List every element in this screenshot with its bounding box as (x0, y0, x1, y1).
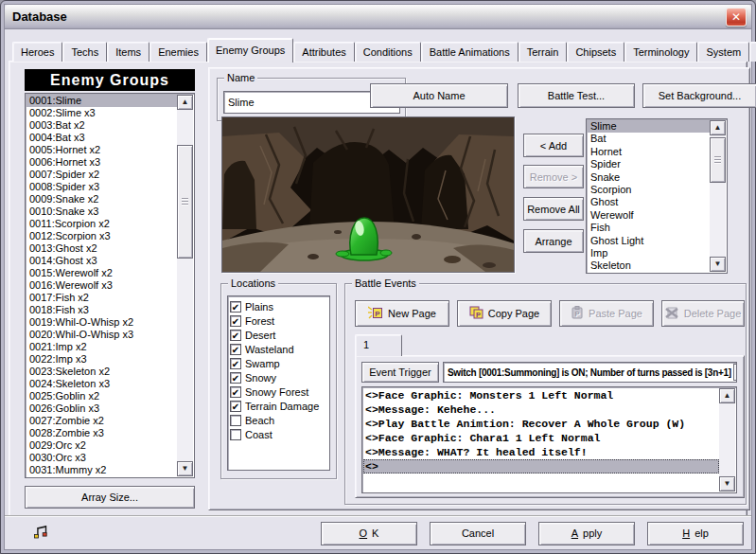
list-item[interactable]: Slime (588, 120, 710, 133)
list-item[interactable]: 0011:Scorpion x2 (26, 218, 177, 230)
remove-all-button[interactable]: Remove All (523, 197, 584, 221)
event-command-line[interactable]: <>Face Graphic: Monsters 1 Left Normal (363, 388, 719, 402)
checkbox-wasteland[interactable]: ✔ (230, 344, 241, 355)
list-item[interactable]: 0029:Orc x2 (26, 439, 177, 452)
list-item[interactable]: 0023:Skeleton x2 (26, 366, 177, 378)
checkbox-forest[interactable]: ✔ (230, 315, 241, 327)
list-item[interactable]: Ghost Light (588, 235, 710, 247)
close-button[interactable]: ✕ (726, 8, 747, 27)
list-item[interactable]: Skeleton (588, 259, 710, 272)
checkbox-snowy[interactable]: ✔ (230, 372, 241, 384)
list-item[interactable]: 0002:Slime x3 (26, 107, 177, 119)
list-item[interactable]: 0022:Imp x3 (26, 353, 177, 366)
auto-name-button[interactable]: Auto Name (370, 83, 508, 108)
enemy-group-scrollbar[interactable]: ▲ ▼ (177, 95, 193, 476)
event-command-list[interactable]: <>Face Graphic: Monsters 1 Left Normal<>… (361, 386, 737, 493)
list-item[interactable]: 0024:Skeleton x3 (26, 378, 177, 390)
scrollbar-thumb[interactable] (710, 137, 726, 183)
location-item[interactable]: ✔Plains (230, 299, 327, 313)
event-trigger-button[interactable]: Event Trigger (361, 362, 439, 383)
checkbox-desert[interactable]: ✔ (230, 330, 241, 341)
tab-terminology[interactable]: Terminology (624, 42, 697, 62)
copy-page-button[interactable]: P Copy Page (457, 300, 552, 327)
scroll-up-icon[interactable]: ▲ (710, 120, 726, 135)
list-item[interactable]: 0025:Goblin x2 (26, 390, 177, 402)
checkbox-terrain-damage[interactable]: ✔ (230, 401, 241, 412)
tab-chipsets[interactable]: Chipsets (567, 42, 624, 62)
list-item[interactable]: 0020:Whil-O-Whisp x3 (26, 329, 177, 341)
monster-list[interactable]: SlimeBatHornetSpiderSnakeScorpionGhostWe… (586, 118, 728, 274)
tab-common-events[interactable]: Common Events (749, 42, 756, 62)
checkbox-snowy-forest[interactable]: ✔ (230, 386, 241, 398)
list-item[interactable]: Snake (588, 171, 710, 184)
tab-enemy-groups[interactable]: Enemy Groups (207, 38, 293, 63)
list-item[interactable]: 0026:Goblin x3 (26, 402, 177, 415)
list-item[interactable]: 0009:Snake x2 (26, 193, 177, 206)
tab-attributes[interactable]: Attributes (293, 42, 354, 62)
checkbox-swamp[interactable]: ✔ (230, 358, 241, 369)
location-item[interactable]: ✔Desert (230, 328, 327, 342)
remove-button[interactable]: Remove > (523, 165, 584, 188)
list-item[interactable]: 0008:Spider x3 (26, 181, 177, 193)
location-item[interactable]: ✔Wasteland (230, 342, 327, 356)
list-item[interactable]: Scorpion (588, 184, 710, 196)
set-background-button[interactable]: Set Background... (642, 83, 756, 108)
scrollbar-thumb[interactable] (177, 145, 193, 259)
event-command-line[interactable]: <>Face Graphic: Chara1 1 Left Normal (363, 431, 719, 445)
list-item[interactable]: 0006:Hornet x3 (26, 156, 177, 169)
list-item[interactable]: 0004:Bat x3 (26, 132, 177, 144)
list-item[interactable]: 0012:Scorpion x3 (26, 230, 177, 242)
scroll-down-icon[interactable]: ▼ (710, 257, 726, 272)
checkbox-beach[interactable] (230, 415, 241, 426)
event-command-line[interactable]: <>Message: Kehehe... (363, 402, 719, 417)
tab-techs[interactable]: Techs (62, 42, 107, 62)
paste-page-button[interactable]: P Paste Page (559, 300, 654, 327)
event-command-line[interactable]: <> (363, 459, 719, 474)
list-item[interactable]: 0014:Ghost x3 (26, 255, 177, 267)
list-item[interactable]: Werewolf (588, 209, 710, 222)
event-list-scrollbar[interactable]: ▲ ▼ (719, 388, 735, 491)
list-item[interactable]: 0027:Zombie x2 (26, 415, 177, 427)
location-item[interactable]: ✔Snowy (230, 370, 327, 384)
tab-system[interactable]: System (697, 42, 749, 62)
tab-terrain[interactable]: Terrain (519, 42, 568, 62)
enemy-group-list[interactable]: 0001:Slime0002:Slime x30003:Bat x20004:B… (25, 93, 195, 478)
monster-list-scrollbar[interactable]: ▲ ▼ (710, 120, 726, 272)
event-command-line[interactable]: <>Message: WHAT? It healed itself! (363, 445, 719, 459)
list-item[interactable]: 0010:Snake x3 (26, 206, 177, 218)
list-item[interactable]: Bat (588, 133, 710, 145)
delete-page-button[interactable]: Delete Page (661, 300, 745, 327)
list-item[interactable]: 0003:Bat x2 (26, 119, 177, 132)
list-item[interactable]: Spider (588, 158, 710, 170)
scroll-down-icon[interactable]: ▼ (719, 476, 735, 491)
list-item[interactable]: Fish (588, 222, 710, 234)
location-item[interactable]: ✔Terrain Damage (230, 399, 327, 413)
list-item[interactable]: 0019:Whil-O-Whisp x2 (26, 316, 177, 329)
list-item[interactable]: 0021:Imp x2 (26, 341, 177, 353)
list-item[interactable]: 0001:Slime (26, 95, 177, 107)
battle-event-page-tab[interactable]: 1 (355, 334, 402, 356)
scroll-up-icon[interactable]: ▲ (719, 388, 735, 403)
checkbox-coast[interactable] (230, 429, 241, 440)
list-item[interactable]: 0028:Zombie x3 (26, 427, 177, 439)
location-item[interactable]: ✔Swamp (230, 356, 327, 370)
apply-button[interactable]: Apply (538, 522, 635, 545)
list-item[interactable]: 0015:Werewolf x2 (26, 267, 177, 279)
list-item[interactable]: 0016:Werewolf x3 (26, 279, 177, 292)
tab-enemies[interactable]: Enemies (149, 42, 207, 62)
array-size-button[interactable]: Array Size... (25, 486, 195, 509)
list-item[interactable]: 0031:Mummy x2 (26, 464, 177, 476)
checkbox-plains[interactable]: ✔ (230, 301, 241, 313)
list-item[interactable]: Ghost (588, 196, 710, 208)
location-item[interactable]: Beach (230, 413, 327, 427)
title-bar[interactable]: Database ✕ (5, 5, 751, 29)
tab-battle-animations[interactable]: Battle Animations (421, 42, 519, 62)
new-page-button[interactable]: P New Page (355, 300, 449, 327)
list-item[interactable]: 0030:Orc x3 (26, 452, 177, 464)
list-item[interactable]: 0005:Hornet x2 (26, 144, 177, 156)
list-item[interactable]: 0007:Spider x2 (26, 169, 177, 181)
location-item[interactable]: ✔Forest (230, 313, 327, 328)
list-item[interactable]: 0018:Fish x3 (26, 304, 177, 316)
trigger-browse-button[interactable]: ... (733, 364, 737, 381)
location-item[interactable]: Coast (230, 427, 327, 441)
